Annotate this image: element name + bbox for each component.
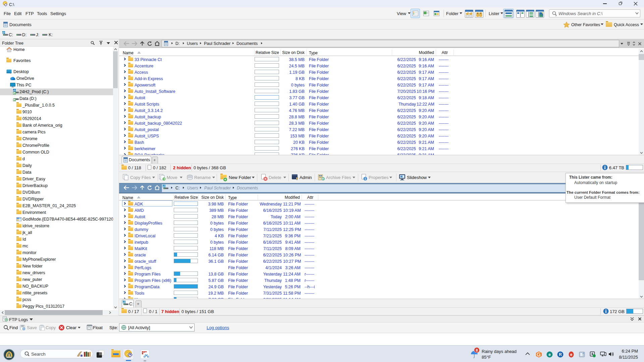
svg-text:e: e xyxy=(548,352,551,357)
svg-text:e: e xyxy=(570,352,573,357)
svg-text:R: R xyxy=(559,352,562,357)
